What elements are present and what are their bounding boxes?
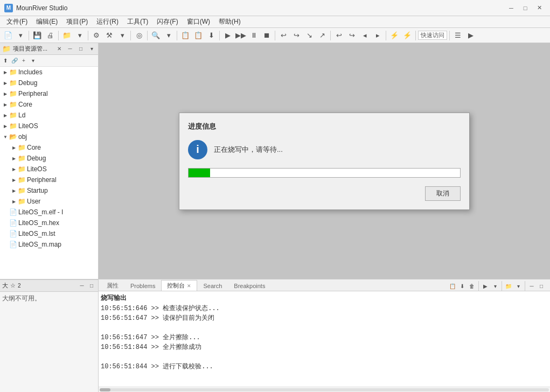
sidebar-minimize-btn[interactable]: ─ <box>66 45 74 53</box>
toolbar-run3[interactable]: ⏸ <box>248 30 260 41</box>
main-toolbar: 📄 ▾ 💾 🖨 📁 ▾ ⚙ ⚒ ▾ ◎ 🔍 ▾ 📋 📋 ⬇ ▶ ▶▶ ⏸ ⏹ ↩… <box>0 28 550 43</box>
menu-help[interactable]: 帮助(H) <box>214 16 245 28</box>
toolbar-extra1[interactable]: ☰ <box>452 30 464 41</box>
menu-project[interactable]: 项目(P) <box>62 16 92 28</box>
toolbar-print[interactable]: 🖨 <box>44 30 56 41</box>
toolbar-btn3[interactable]: 📁 <box>61 30 73 41</box>
tab-breakpoints[interactable]: Breakpoints <box>228 280 271 291</box>
tree-item-obj-peripheral[interactable]: ▶ 📁 Peripheral <box>0 174 98 185</box>
tree-item-obj-core[interactable]: ▶ 📁 Core <box>0 142 98 153</box>
sidebar-dropdown-btn[interactable]: ▾ <box>29 57 37 65</box>
menu-flash[interactable]: 闪存(F) <box>152 16 182 28</box>
menu-tools[interactable]: 工具(T) <box>123 16 152 28</box>
sidebar-maximize-btn[interactable]: □ <box>76 45 85 53</box>
tree-item-lst[interactable]: ▶ 📄 LiteOS_m.lst <box>0 228 98 239</box>
toolbar-dropdown3[interactable]: ▾ <box>116 30 128 41</box>
sidebar-new-btn[interactable]: + <box>19 57 28 65</box>
tree-item-debug[interactable]: ▶ 📁 Debug <box>0 78 98 88</box>
console-btn5[interactable]: 📁 <box>504 282 513 290</box>
file-icon-elf: 📄 <box>9 208 17 216</box>
close-button[interactable]: ✕ <box>533 3 546 13</box>
console-line-3 <box>101 323 548 333</box>
toolbar-save[interactable]: 💾 <box>31 30 43 41</box>
tree-item-obj-liteos[interactable]: ▶ 📁 LiteOS <box>0 164 98 174</box>
tab-problems[interactable]: Problems <box>124 280 161 291</box>
tree-label-core: Core <box>18 101 32 108</box>
tree-item-liteos[interactable]: ▶ 📁 LiteOS <box>0 121 98 131</box>
outline-maximize-btn[interactable]: □ <box>87 282 96 290</box>
tree-item-includes[interactable]: ▶ 📁 Includes <box>0 67 98 78</box>
tree-label-obj-startup: Startup <box>27 187 48 194</box>
tree-arrow-ld: ▶ <box>2 112 9 118</box>
toolbar-ref3[interactable]: ⬇ <box>205 30 217 41</box>
toolbar-run[interactable]: ▶ <box>222 30 234 41</box>
toolbar-build1[interactable]: ⚙ <box>90 30 102 41</box>
console-line-5: 10:56:51:844 >> 全片擦除成功 <box>101 342 548 352</box>
tab-properties[interactable]: 属性 <box>101 280 124 291</box>
console-scrollbar[interactable] <box>99 387 550 392</box>
tree-item-obj-user[interactable]: ▶ 📁 User <box>0 196 98 207</box>
sidebar-close-btn[interactable]: ✕ <box>55 45 64 53</box>
toolbar-debug1[interactable]: ↩ <box>277 30 289 41</box>
outline-num: 2 <box>18 283 21 289</box>
tab-search[interactable]: Search <box>197 280 228 291</box>
tree-item-obj-startup[interactable]: ▶ 📁 Startup <box>0 185 98 196</box>
toolbar-forward[interactable]: ▸ <box>372 30 384 41</box>
console-btn3[interactable]: 🗑 <box>468 282 476 290</box>
maximize-button[interactable]: □ <box>519 3 532 13</box>
folder-icon-obj-core: 📁 <box>17 143 26 152</box>
console-maximize-btn[interactable]: □ <box>537 282 546 290</box>
toolbar-back[interactable]: ◂ <box>359 30 371 41</box>
folder-icon-obj-startup: 📁 <box>17 186 26 195</box>
toolbar-debug2[interactable]: ↪ <box>290 30 302 41</box>
tree-item-elf[interactable]: ▶ 📄 LiteOS_m.elf - I <box>0 207 98 218</box>
toolbar-undo[interactable]: ↩ <box>333 30 345 41</box>
console-dropdown[interactable]: ▾ <box>491 282 499 290</box>
toolbar-build2[interactable]: ⚒ <box>103 30 115 41</box>
toolbar-dropdown2[interactable]: ▾ <box>74 30 86 41</box>
tree-item-ld[interactable]: ▶ 📁 Ld <box>0 110 98 121</box>
scrollbar-thumb[interactable] <box>100 388 110 391</box>
toolbar-flash1[interactable]: ⚡ <box>388 30 400 41</box>
menu-file[interactable]: 文件(F) <box>2 16 32 28</box>
toolbar-ref1[interactable]: 📋 <box>179 30 191 41</box>
menu-window[interactable]: 窗口(W) <box>183 16 214 28</box>
toolbar-extra2[interactable]: ▶ <box>465 30 477 41</box>
toolbar-search[interactable]: 🔍 <box>150 30 162 41</box>
scrollbar-track[interactable] <box>100 388 549 391</box>
toolbar-ref2[interactable]: 📋 <box>192 30 204 41</box>
sidebar-menu-btn[interactable]: ▾ <box>87 45 96 53</box>
toolbar-debug4[interactable]: ↗ <box>316 30 328 41</box>
console-btn1[interactable]: 📋 <box>448 282 457 290</box>
tree-item-obj-debug[interactable]: ▶ 📁 Debug <box>0 153 98 164</box>
tab-console-close[interactable]: ✕ <box>187 283 191 289</box>
toolbar-target[interactable]: ◎ <box>133 30 145 41</box>
tree-item-map[interactable]: ▶ 📄 LiteOS_m.map <box>0 239 98 250</box>
toolbar-redo[interactable]: ↪ <box>346 30 358 41</box>
toolbar-run4[interactable]: ⏹ <box>261 30 273 41</box>
toolbar-dropdown4[interactable]: ▾ <box>163 30 175 41</box>
toolbar-new[interactable]: 📄 <box>2 30 14 41</box>
modal-cancel-button[interactable]: 取消 <box>425 186 461 201</box>
tab-console[interactable]: 控制台 ✕ <box>161 280 197 291</box>
console-btn4[interactable]: ▶ <box>481 282 490 290</box>
toolbar-debug3[interactable]: ↘ <box>303 30 315 41</box>
toolbar-dropdown1[interactable]: ▾ <box>15 30 26 41</box>
menu-run[interactable]: 运行(R) <box>92 16 123 28</box>
toolbar-run2[interactable]: ▶▶ <box>235 30 247 41</box>
tree-item-core[interactable]: ▶ 📁 Core <box>0 99 98 110</box>
outline-minimize-btn[interactable]: ─ <box>78 282 86 290</box>
console-minimize-btn[interactable]: ─ <box>527 282 536 290</box>
tree-item-hex[interactable]: ▶ 📄 LiteOS_m.hex <box>0 218 98 228</box>
sidebar-collapse-btn[interactable]: ⬆ <box>1 57 10 65</box>
tree-arrow-obj-core: ▶ <box>11 144 17 151</box>
minimize-button[interactable]: ─ <box>505 3 518 13</box>
bottom-section: 大 ☆ 2 ─ □ 大纲不可用。 属性 P <box>0 279 550 392</box>
toolbar-flash2[interactable]: ⚡ <box>401 30 413 41</box>
sidebar-link-btn[interactable]: 🔗 <box>10 57 19 65</box>
console-dropdown2[interactable]: ▾ <box>514 282 523 290</box>
tree-item-peripheral[interactable]: ▶ 📁 Peripheral <box>0 88 98 99</box>
menu-edit[interactable]: 编辑(E) <box>32 16 62 28</box>
tree-item-obj[interactable]: ▼ 📂 obj <box>0 131 98 142</box>
console-btn2[interactable]: ⬇ <box>458 282 467 290</box>
